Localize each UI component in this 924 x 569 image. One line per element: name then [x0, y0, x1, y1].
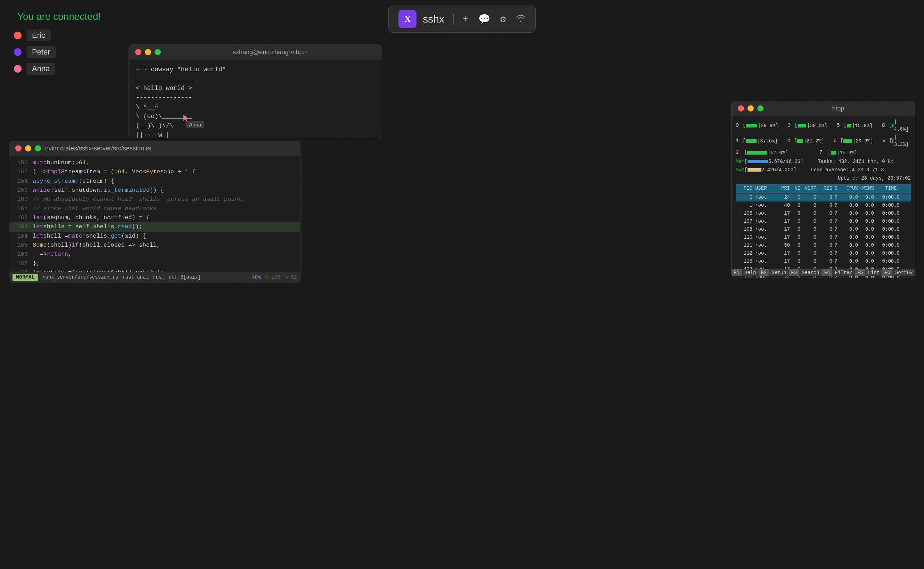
cowsay-traffic-lights [135, 49, 161, 55]
htop-bar-fill-0 [746, 124, 757, 128]
htop-proc-111[interactable]: 111 root 50 0 0 0 ? 0.0 0.0 0:00.0 [736, 242, 911, 250]
title-divider [453, 14, 454, 24]
nvim-status-analyzer: rust-ana… [122, 274, 149, 280]
title-actions: + 💬 ⚙ [463, 13, 526, 25]
nvim-traffic-lights [15, 145, 41, 151]
htop-bar-fill-5 [847, 124, 851, 128]
cowsay-terminal-body: → ~ cowsay "hello world" _______________… [129, 59, 382, 138]
code-line-160: 160 // We absolutely cannot hold `shells… [9, 195, 300, 204]
code-line-158: 158 async_stream::stream! { [9, 177, 300, 186]
htop-bar-fill-7 [831, 151, 836, 155]
user-dot-eric [14, 32, 21, 39]
htop-f1[interactable]: F1 Help [731, 268, 759, 278]
cursor-anna: Anna [184, 115, 190, 124]
anna-cursor-label: Anna [186, 121, 204, 128]
chat-button[interactable]: 💬 [478, 13, 491, 25]
cowsay-terminal: ezhang@eric-zhang-mbp:~ → ~ cowsay "hell… [129, 44, 382, 138]
user-name-eric: Eric [26, 29, 51, 41]
cowsay-out1: _______________ [136, 75, 375, 84]
htop-cpu-row3: 2[|57.0%] 7[|15.3%] [736, 149, 911, 157]
code-line-166: 166 _ => return, [9, 250, 300, 259]
htop-terminal-body: 0[|39.9%] 3[|30.0%] 5[|15.9%] 8[| 4.6%] … [731, 116, 915, 278]
cowsay-out5: \ (oo)\________ [136, 112, 375, 121]
htop-bar-fill-8 [892, 124, 893, 128]
htop-maximize-button[interactable] [757, 105, 763, 111]
code-line-167: 167 }; [9, 259, 300, 268]
code-line-159: 159 while !self.shutdown.is_terminated()… [9, 186, 300, 195]
nvim-titlebar: nvim crates/sshx-server/src/session.rs [9, 141, 300, 156]
nvim-status-lang: rus… [153, 274, 165, 280]
htop-terminal-title: htop [768, 105, 909, 112]
htop-f5[interactable]: F5 List [855, 268, 882, 278]
htop-terminal: htop 0[|39.9%] 3[|30.0%] 5[|15.9%] 8[| 4… [731, 101, 915, 278]
cowsay-out2: < hello world > [136, 84, 375, 93]
cowsay-command: ~ cowsay "hello world" [143, 66, 226, 73]
htop-f4[interactable]: F4 Filter [822, 268, 855, 278]
top-bar: You are connected! X sshx + 💬 ⚙ [0, 0, 924, 38]
htop-bar-fill-1 [746, 139, 757, 143]
connected-label: You are connected! [17, 11, 101, 22]
htop-swp-line: Swp[2.42G/4.00G] Load average: 4.33 3.71… [736, 166, 911, 174]
htop-proc-1[interactable]: 1 root 40 0 0 0 ? 0.0 0.0 0:00.0 [736, 201, 911, 210]
cowsay-maximize-button[interactable] [155, 49, 161, 55]
code-line-165: 165 Some(shell) if !shell.closed => shel… [9, 241, 300, 250]
nvim-maximize-button[interactable] [35, 145, 41, 151]
code-line-162: 162 let (seqnum, chunks, notified) = { [9, 213, 300, 222]
cowsay-out7: ||----w | [136, 131, 375, 138]
cowsay-close-button[interactable] [135, 49, 141, 55]
htop-cpu-row2: 1[|37.6%] 4[|21.2%] 6[|29.6%] 9[| 3.3%] [736, 134, 911, 148]
htop-close-button[interactable] [738, 105, 744, 111]
htop-f2[interactable]: F2 Setup [759, 268, 789, 278]
htop-proc-106[interactable]: 106 root 17 0 0 0 ? 0.0 0.0 0:00.0 [736, 210, 911, 218]
htop-footer: F1 Help F2 Setup F3 Search F4 Filter F5 … [731, 268, 915, 278]
user-dot-peter [14, 48, 21, 56]
nvim-terminal: nvim crates/sshx-server/src/session.rs 1… [9, 141, 301, 283]
cowsay-titlebar: ezhang@eric-zhang-mbp:~ [129, 45, 382, 59]
code-line-164: 164 let shell = match shells.get(&id) { [9, 232, 300, 241]
user-name-peter: Peter [26, 46, 56, 58]
htop-proc-110[interactable]: 110 root 17 0 0 0 ? 0.0 0.0 0:00.0 [736, 233, 911, 242]
htop-bar-fill-6 [843, 139, 852, 143]
htop-f6[interactable]: F6 SortBy [882, 268, 915, 278]
htop-traffic-lights [738, 105, 763, 111]
settings-button[interactable]: ⚙ [500, 13, 506, 25]
htop-minimize-button[interactable] [748, 105, 754, 111]
wifi-icon [516, 14, 526, 25]
htop-proc-107[interactable]: 107 root 17 0 0 0 ? 0.0 0.0 0:00.0 [736, 218, 911, 225]
htop-proc-0[interactable]: 0 root 24 0 0 0 ? 0.0 0.0 0:00.0 [736, 193, 911, 201]
app-icon: X [398, 10, 416, 28]
nvim-status-line: ℓ:163 [265, 274, 280, 280]
user-item-anna: Anna [14, 63, 56, 75]
nvim-mode-badge: NORMAL [12, 274, 38, 281]
prompt-arrow: → [136, 66, 140, 73]
nvim-status-right: 40% ℓ:163 ℅:52 [252, 274, 297, 280]
user-item-eric: Eric [14, 29, 56, 41]
cowsay-minimize-button[interactable] [145, 49, 151, 55]
htop-table-header: PID USER PRI NI VIRT RES S CPU% △MEM% TI… [736, 184, 911, 193]
htop-proc-115[interactable]: 115 root 17 0 0 0 ? 0.0 0.0 0:00.0 [736, 257, 911, 265]
nvim-terminal-body: 156mut chunknum: u64, 157) -> impl Strea… [9, 156, 300, 283]
nvim-terminal-title: nvim crates/sshx-server/src/session.rs [45, 145, 151, 152]
cowsay-command-line: → ~ cowsay "hello world" [136, 65, 375, 75]
app-title-area: X sshx + 💬 ⚙ [388, 6, 535, 33]
htop-bar-fill-9 [892, 139, 893, 143]
nvim-status-file: <shx-server/src/session.rs [43, 274, 118, 280]
code-line-161: 161 // since that would cause deadlocks. [9, 204, 300, 213]
nvim-minimize-button[interactable] [25, 145, 31, 151]
nvim-status-percent: 40% [252, 274, 260, 280]
nvim-close-button[interactable] [15, 145, 21, 151]
htop-proc-108[interactable]: 108 root 17 0 0 0 ? 0.0 0.0 0:00.0 [736, 225, 911, 233]
htop-proc-112[interactable]: 112 root 17 0 0 0 ? 0.0 0.0 0:00.0 [736, 250, 911, 257]
htop-bar-fill-2 [747, 151, 767, 155]
cowsay-out3: --------------- [136, 93, 375, 102]
user-item-peter: Peter [14, 46, 56, 58]
nvim-statusbar: NORMAL <shx-server/src/session.rs rust-a… [9, 272, 300, 283]
htop-bar-fill-3 [798, 124, 806, 128]
user-dot-anna [14, 65, 21, 73]
htop-f3[interactable]: F3 Search [789, 268, 822, 278]
htop-load: Load average: 4.33 3.71 3. [811, 167, 886, 173]
hello-world-text: hello world [143, 85, 185, 92]
htop-uptime: Uptime: 28 days, 20:57:02 [838, 175, 911, 181]
add-session-button[interactable]: + [463, 14, 469, 25]
user-list: Eric Peter Anna [14, 29, 56, 75]
